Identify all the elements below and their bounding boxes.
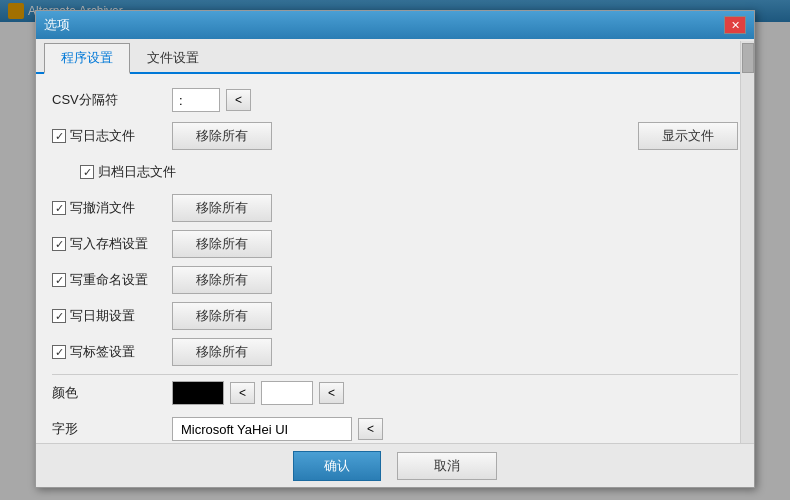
color-controls: < < bbox=[172, 381, 738, 405]
save-settings-row: 写入存档设置 移除所有 bbox=[52, 230, 738, 258]
tab-file-settings[interactable]: 文件设置 bbox=[130, 43, 216, 72]
tag-settings-label: 写标签设置 bbox=[52, 343, 172, 361]
log-controls: 移除所有 显示文件 bbox=[172, 122, 738, 150]
dialog-footer: 确认 取消 bbox=[36, 443, 754, 487]
font-label: 字形 bbox=[52, 420, 172, 438]
font-display: Microsoft YaHei UI bbox=[172, 417, 352, 441]
rename-settings-row: 写重命名设置 移除所有 bbox=[52, 266, 738, 294]
tab-program-settings[interactable]: 程序设置 bbox=[44, 43, 130, 74]
dialog-titlebar: 选项 ✕ bbox=[36, 11, 754, 39]
save-settings-checkbox[interactable] bbox=[52, 237, 66, 251]
dialog-title: 选项 bbox=[44, 16, 70, 34]
undo-controls: 移除所有 bbox=[172, 194, 738, 222]
date-settings-remove-button[interactable]: 移除所有 bbox=[172, 302, 272, 330]
save-settings-label: 写入存档设置 bbox=[52, 235, 172, 253]
csv-input[interactable] bbox=[172, 88, 220, 112]
color-swatch-black[interactable] bbox=[172, 381, 224, 405]
dialog-tabs: 程序设置 文件设置 bbox=[36, 39, 754, 74]
log-file-row: 写日志文件 移除所有 显示文件 bbox=[52, 122, 738, 150]
tag-settings-controls: 移除所有 bbox=[172, 338, 738, 366]
color-label: 颜色 bbox=[52, 384, 172, 402]
color-swatch-white[interactable] bbox=[261, 381, 313, 405]
archive-log-label: 归档日志文件 bbox=[52, 163, 192, 181]
color-btn1[interactable]: < bbox=[230, 382, 255, 404]
rename-settings-checkbox[interactable] bbox=[52, 273, 66, 287]
csv-label: CSV分隔符 bbox=[52, 91, 172, 109]
rename-settings-label: 写重命名设置 bbox=[52, 271, 172, 289]
date-settings-row: 写日期设置 移除所有 bbox=[52, 302, 738, 330]
csv-row: CSV分隔符 < bbox=[52, 86, 738, 114]
tag-settings-checkbox[interactable] bbox=[52, 345, 66, 359]
font-button[interactable]: < bbox=[358, 418, 383, 440]
options-dialog: 选项 ✕ 程序设置 文件设置 CSV分隔符 < 写日志文件 bbox=[35, 10, 755, 488]
title-buttons: ✕ bbox=[724, 16, 746, 34]
log-remove-button[interactable]: 移除所有 bbox=[172, 122, 272, 150]
font-row: 字形 Microsoft YaHei UI < bbox=[52, 415, 738, 443]
confirm-button[interactable]: 确认 bbox=[293, 451, 381, 481]
scrollbar[interactable] bbox=[740, 41, 754, 443]
scrollbar-thumb bbox=[742, 43, 754, 73]
csv-button[interactable]: < bbox=[226, 89, 251, 111]
date-settings-label: 写日期设置 bbox=[52, 307, 172, 325]
cancel-button[interactable]: 取消 bbox=[397, 452, 497, 480]
tag-settings-row: 写标签设置 移除所有 bbox=[52, 338, 738, 366]
archive-log-row: 归档日志文件 bbox=[52, 158, 738, 186]
divider1 bbox=[52, 374, 738, 375]
undo-file-label: 写撤消文件 bbox=[52, 199, 172, 217]
font-controls: Microsoft YaHei UI < bbox=[172, 417, 738, 441]
log-show-button[interactable]: 显示文件 bbox=[638, 122, 738, 150]
color-btn2[interactable]: < bbox=[319, 382, 344, 404]
log-file-label: 写日志文件 bbox=[52, 127, 172, 145]
dialog-content: CSV分隔符 < 写日志文件 移除所有 显示文件 归档日志文件 bbox=[36, 74, 754, 470]
undo-file-checkbox[interactable] bbox=[52, 201, 66, 215]
font-value: Microsoft YaHei UI bbox=[181, 422, 288, 437]
save-settings-remove-button[interactable]: 移除所有 bbox=[172, 230, 272, 258]
rename-settings-remove-button[interactable]: 移除所有 bbox=[172, 266, 272, 294]
archive-log-checkbox[interactable] bbox=[80, 165, 94, 179]
rename-settings-controls: 移除所有 bbox=[172, 266, 738, 294]
date-settings-controls: 移除所有 bbox=[172, 302, 738, 330]
log-file-checkbox[interactable] bbox=[52, 129, 66, 143]
save-settings-controls: 移除所有 bbox=[172, 230, 738, 258]
undo-remove-button[interactable]: 移除所有 bbox=[172, 194, 272, 222]
date-settings-checkbox[interactable] bbox=[52, 309, 66, 323]
csv-controls: < bbox=[172, 88, 738, 112]
close-button[interactable]: ✕ bbox=[724, 16, 746, 34]
undo-file-row: 写撤消文件 移除所有 bbox=[52, 194, 738, 222]
color-row: 颜色 < < bbox=[52, 379, 738, 407]
tag-settings-remove-button[interactable]: 移除所有 bbox=[172, 338, 272, 366]
